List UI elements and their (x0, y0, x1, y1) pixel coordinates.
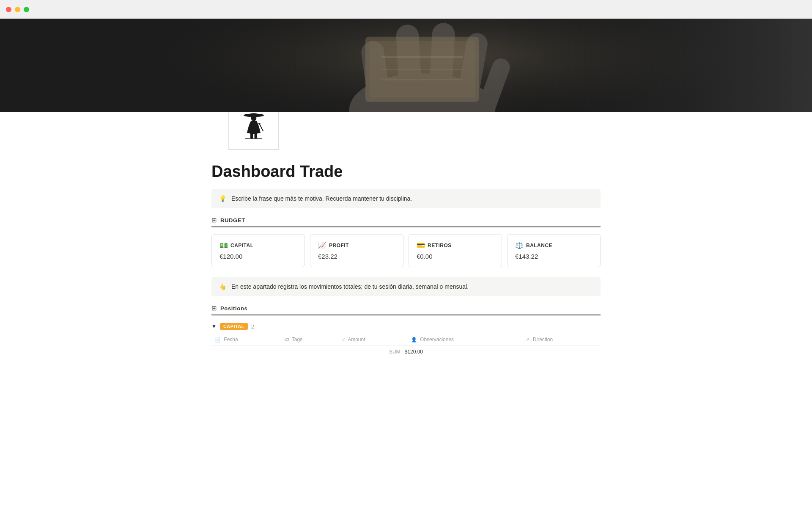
budget-section-header: ⊞ BUDGET (211, 216, 601, 227)
sum-row: SUM $120.00 (211, 345, 601, 358)
sum-label: SUM (389, 349, 401, 355)
col-dir-label: Direction (533, 337, 553, 342)
col-tags-label: Tags (292, 337, 302, 342)
stats-grid: 💵 CAPITAL €120.00 📈 PROFIT €23.22 💳 RETI… (211, 234, 601, 267)
traffic-light-close[interactable] (6, 7, 11, 12)
col-direction: ↗ Direction (522, 334, 601, 345)
hero-image (0, 19, 812, 112)
col-fecha-label: Fecha (224, 337, 238, 342)
titlebar (0, 0, 812, 19)
sum-value: $120.00 (405, 349, 423, 355)
retiros-title: RETIROS (428, 243, 452, 248)
balance-icon: ⚖️ (515, 241, 524, 249)
svg-rect-13 (0, 19, 812, 112)
callout-motivation: 💡 Escribe la frase que más te motiva. Re… (211, 189, 601, 208)
svg-rect-17 (255, 132, 257, 138)
svg-rect-16 (250, 132, 253, 138)
col-observaciones: 👤 Observaciones (408, 334, 523, 345)
dir-col-icon: ↗ (526, 337, 529, 342)
capital-value: €120.00 (219, 253, 297, 260)
stat-card-profit-header: 📈 PROFIT (318, 241, 395, 249)
hero-banner (0, 19, 812, 112)
retiros-icon: 💳 (417, 241, 425, 249)
retiros-value: €0.00 (417, 253, 494, 260)
callout-emoji: 💡 (219, 195, 226, 202)
traffic-light-minimize[interactable] (15, 7, 20, 12)
balance-title: BALANCE (526, 243, 552, 248)
stat-card-capital: 💵 CAPITAL €120.00 (211, 234, 305, 267)
callout-text: Escribe la frase que más te motiva. Recu… (231, 195, 412, 202)
positions-section-header: ⊞ Positions (211, 304, 601, 315)
col-amount: # Amount (339, 334, 407, 345)
callout2-emoji: 👆 (219, 283, 226, 290)
obs-col-icon: 👤 (411, 337, 417, 342)
page-content: Dashboard Trade 💡 Escribe la frase que m… (195, 112, 617, 384)
table-header-row: 📄 Fecha 🏷 Tags # Amount 👤 Observaciones … (211, 334, 601, 345)
stat-card-retiros: 💳 RETIROS €0.00 (409, 234, 502, 267)
balance-value: €143.22 (515, 253, 593, 260)
group-collapse-arrow[interactable]: ▼ (211, 323, 217, 329)
profit-value: €23.22 (318, 253, 395, 260)
fecha-col-icon: 📄 (215, 337, 221, 342)
col-amount-label: Amount (348, 337, 365, 342)
title-section: Dashboard Trade (195, 150, 617, 189)
stat-card-profit: 📈 PROFIT €23.22 (310, 234, 403, 267)
positions-label[interactable]: Positions (220, 305, 247, 312)
capital-icon: 💵 (219, 241, 228, 249)
svg-point-15 (251, 115, 257, 121)
page-header (195, 112, 617, 150)
callout-info: 👆 En este apartado registra los movimien… (211, 277, 601, 296)
stat-card-balance: ⚖️ BALANCE €143.22 (507, 234, 601, 267)
profit-title: PROFIT (329, 243, 349, 248)
col-tags: 🏷 Tags (281, 334, 339, 345)
profit-icon: 📈 (318, 241, 326, 249)
group-count: 2 (251, 323, 254, 330)
budget-icon: ⊞ (211, 216, 217, 224)
traffic-light-fullscreen[interactable] (24, 7, 29, 12)
group-tag-capital[interactable]: CAPITAL (220, 323, 248, 330)
amount-col-icon: # (342, 337, 345, 342)
col-obs-label: Observaciones (420, 337, 454, 342)
budget-label[interactable]: BUDGET (220, 217, 245, 224)
stat-card-capital-header: 💵 CAPITAL (219, 241, 297, 249)
col-fecha: 📄 Fecha (211, 334, 281, 345)
callout2-text: En este apartado registra los movimiento… (231, 283, 469, 290)
stat-card-retiros-header: 💳 RETIROS (417, 241, 494, 249)
group-header-capital: ▼ CAPITAL 2 (211, 320, 601, 332)
capital-title: CAPITAL (230, 243, 253, 248)
tags-col-icon: 🏷 (284, 337, 289, 342)
page-title: Dashboard Trade (211, 163, 601, 181)
stat-card-balance-header: ⚖️ BALANCE (515, 241, 593, 249)
positions-icon: ⊞ (211, 304, 217, 312)
positions-table: 📄 Fecha 🏷 Tags # Amount 👤 Observaciones … (211, 334, 601, 345)
